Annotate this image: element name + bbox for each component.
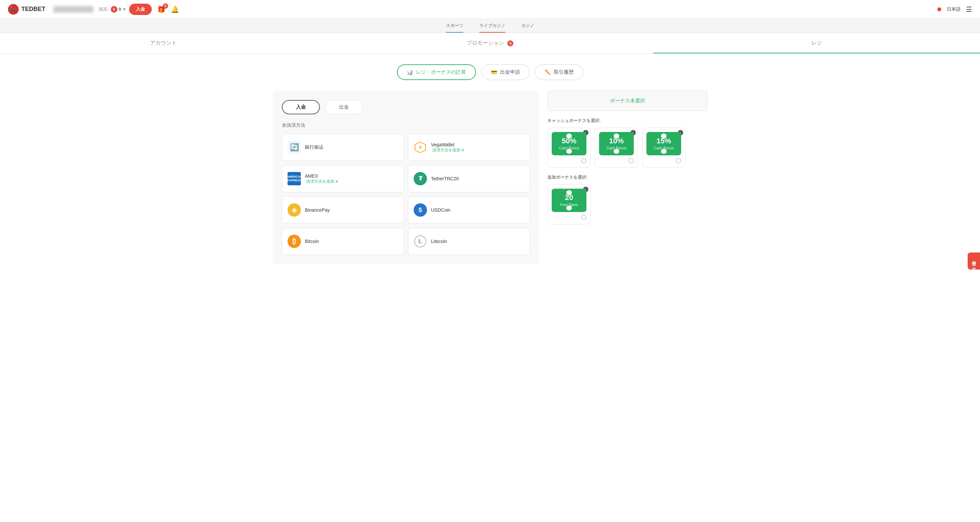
tab-promotions[interactable]: プロモーション 5 [326,33,653,53]
cash-bonus-cards: i 50% Cash Bonus i 10% Cash Bonus [547,128,708,168]
withdrawal-button[interactable]: 💳 出金申請 [481,64,530,80]
logo-icon: 🐂 [8,4,19,15]
usdcoin-name: USDCoin [431,207,450,213]
withdraw-tab-button[interactable]: 出金 [325,100,363,114]
litecoin-name: Litecoin [431,239,447,244]
withdrawal-icon: 💳 [491,69,497,75]
register-bonus-calc-button[interactable]: 📊 レジ・ボーナスの計算 [397,64,476,80]
cash-bonus-10[interactable]: i 10% Cash Bonus [595,128,638,168]
bonus-selector[interactable]: ボーナス未選択 [547,90,708,111]
side-tab[interactable]: 今日の一言 [968,253,980,270]
gift-icon-button[interactable]: 🎁 5 [157,5,165,13]
balance-value: ¥ 0 ▼ [111,6,126,13]
bonus-radio-fs [552,215,586,220]
nav-live-casino[interactable]: ライブカジノ [479,21,505,30]
cash-bonus-title: キャッシュボーナスを選択: [547,117,708,124]
bonus-selector-text: ボーナス未選択 [610,98,645,103]
nav-bar: スポーツ ライブカジノ カジノ [0,19,980,33]
amex-add-method[interactable]: 決済方法を追加 ⊕ [306,179,339,184]
tab-account[interactable]: アカウント [0,33,326,53]
amex-icon: AMERICANEXPRESS [288,172,301,185]
extra-bonus-freespins[interactable]: i 20 Free Spins [547,184,591,224]
header-right: 日本語 ☰ [937,5,972,13]
header-icons: 🎁 5 🔔 [157,5,179,13]
payment-bitcoin[interactable]: ₿ Bitcoin [282,228,404,255]
binance-icon: ◈ [288,203,301,217]
calc-icon: 📊 [407,69,413,75]
vegawallet-icon: V [414,141,427,154]
payment-section-title: 全決済方法 [282,122,530,129]
bonus-card-inner-50: 50% Cash Bonus [552,132,586,155]
litecoin-icon: Ł [414,235,427,248]
usdcoin-icon: $ [414,203,427,217]
logo-text: TEDBET [21,6,45,13]
promotions-badge: 5 [508,40,513,46]
payment-amex[interactable]: AMERICANEXPRESS AMEX 決済方法を追加 ⊕ [282,165,404,192]
bonus-radio-15 [646,158,681,163]
username-blur [53,6,94,13]
lang-indicator [937,7,941,11]
bonus-card-inner-fs: 20 Free Spins [552,189,586,212]
bonus-type-15: Cash Bonus [649,146,678,150]
bonus-radio-10 [599,158,634,163]
action-buttons: 📊 レジ・ボーナスの計算 💳 出金申請 ✏️ 取引履歴 [272,64,708,80]
nav-sports[interactable]: スポーツ [446,21,463,30]
extra-bonus-title: 追加ボーナスを選択: [547,175,708,180]
bonus-card-inner-10: 10% Cash Bonus [599,132,634,155]
payment-usdcoin[interactable]: $ USDCoin [408,196,530,224]
bonus-type-50: Cash Bonus [554,146,584,150]
bank-transfer-name: 銀行振込 [305,144,323,150]
lang-label: 日本語 [947,6,961,12]
left-panel: 入金 出金 全決済方法 🔄 銀行振込 V VegaWallet 決 [272,90,539,264]
svg-text:V: V [418,145,422,150]
chevron-down-icon[interactable]: ▼ [123,7,126,12]
payment-bank-transfer[interactable]: 🔄 銀行振込 [282,134,404,161]
extra-bonus-cards: i 20 Free Spins [547,184,708,224]
yen-icon: ¥ [111,6,118,13]
balance-label: 残高: [99,6,109,12]
hamburger-icon[interactable]: ☰ [966,5,972,13]
right-panel: ボーナス未選択 キャッシュボーナスを選択: i 50% Cash Bonus i [547,90,708,264]
bonus-radio-50 [552,158,586,163]
balance-amount: 0 [119,7,121,12]
nav-casino[interactable]: カジノ [521,21,535,30]
header: 🐂 TEDBET 残高: ¥ 0 ▼ 入金 🎁 5 🔔 日本語 ☰ [0,0,980,19]
bitcoin-name: Bitcoin [305,239,319,244]
bitcoin-icon: ₿ [288,235,301,248]
bonus-percent-10: 10% [602,137,631,145]
bonus-type-10: Cash Bonus [602,146,631,150]
amex-name: AMEX [305,173,339,179]
main-content: 📊 レジ・ボーナスの計算 💳 出金申請 ✏️ 取引履歴 入金 出金 全決済方法 … [256,54,724,275]
cash-bonus-50[interactable]: i 50% Cash Bonus [547,128,591,168]
payment-tether[interactable]: ₮ TetherTRC20 [408,165,530,192]
payment-litecoin[interactable]: Ł Litecoin [408,228,530,255]
payment-vegawallet[interactable]: V VegaWallet 決済方法を追加 ⊕ [408,134,530,161]
bonus-card-inner-15: 15% Cash Bonus [646,132,681,155]
radio-circle-50[interactable] [581,158,586,163]
transaction-history-button[interactable]: ✏️ 取引履歴 [535,64,584,80]
gift-badge: 5 [163,3,168,9]
radio-circle-10[interactable] [628,158,634,163]
binance-name: BinancePay [305,207,330,213]
balance-area: 残高: ¥ 0 ▼ [99,6,126,13]
bonus-percent-15: 15% [649,137,678,145]
bell-icon-button[interactable]: 🔔 [171,5,179,13]
radio-circle-fs[interactable] [581,215,586,220]
cash-bonus-15[interactable]: i 15% Cash Bonus [642,128,686,168]
deposit-withdraw-toggle: 入金 出金 [282,100,530,114]
tab-register[interactable]: レジ [654,33,980,53]
deposit-button[interactable]: 入金 [129,4,152,15]
payment-binance[interactable]: ◈ BinancePay [282,196,404,224]
tether-name: TetherTRC20 [431,176,459,181]
user-area [53,6,94,13]
radio-circle-15[interactable] [676,158,681,163]
history-icon: ✏️ [545,69,551,75]
bank-transfer-icon: 🔄 [288,141,301,154]
bonus-percent-50: 50% [554,137,584,145]
deposit-tab-button[interactable]: 入金 [282,100,320,114]
logo[interactable]: 🐂 TEDBET [8,4,45,15]
bonus-type-fs: Free Spins [554,203,584,207]
vegawallet-name: VegaWallet [431,142,465,148]
vegawallet-add-method[interactable]: 決済方法を追加 ⊕ [432,148,465,153]
tabs: アカウント プロモーション 5 レジ [0,33,980,54]
